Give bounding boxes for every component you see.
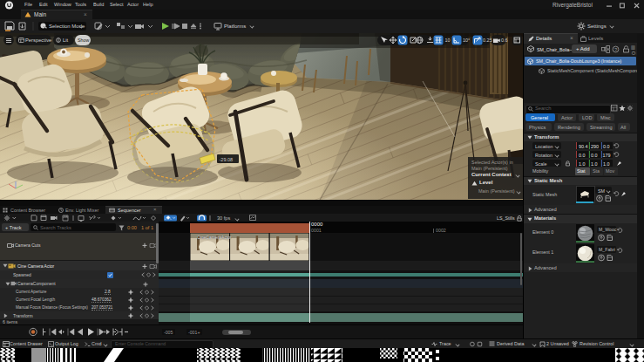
svg-text:0.25: 0.25 — [483, 38, 492, 43]
svg-text:0.6: 0.6 — [501, 38, 508, 43]
svg-text:10°: 10° — [463, 38, 470, 43]
svg-text:-29.08: -29.08 — [220, 157, 234, 162]
svg-text:10: 10 — [445, 38, 451, 43]
